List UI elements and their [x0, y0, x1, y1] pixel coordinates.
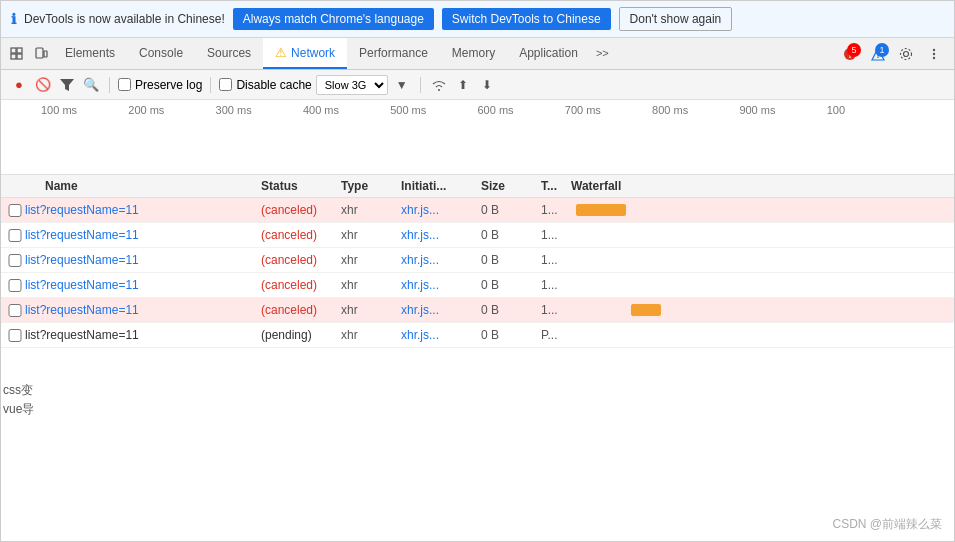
- table-row[interactable]: list?requestName=11 (canceled) xhr xhr.j…: [1, 223, 954, 248]
- row-4-name: list?requestName=11: [25, 278, 139, 292]
- disable-cache-text: Disable cache: [236, 78, 311, 92]
- throttle-select[interactable]: Slow 3G: [316, 75, 388, 95]
- col-header-initiator: Initiati...: [401, 179, 481, 193]
- row-6-initiator: xhr.js...: [401, 328, 481, 342]
- switch-to-chinese-button[interactable]: Switch DevTools to Chinese: [442, 8, 611, 30]
- row-5-type: xhr: [341, 303, 401, 317]
- svg-rect-2: [11, 54, 16, 59]
- row-3-size: 0 B: [481, 253, 541, 267]
- watermark: CSDN @前端辣么菜: [832, 516, 942, 533]
- network-warning-icon: ⚠: [275, 45, 287, 60]
- row-3-type: xhr: [341, 253, 401, 267]
- svg-rect-3: [17, 54, 22, 59]
- record-btn[interactable]: ●: [9, 75, 29, 95]
- row-2-status: (canceled): [261, 228, 341, 242]
- preserve-log-label[interactable]: Preserve log: [118, 78, 202, 92]
- tab-console[interactable]: Console: [127, 38, 195, 69]
- tab-icons-area: ! 5 ! 1: [838, 42, 950, 66]
- row-1-name: list?requestName=11: [25, 203, 139, 217]
- warnings-badge: 1: [875, 43, 889, 57]
- info-bar: ℹ DevTools is now available in Chinese! …: [1, 1, 954, 38]
- table-row[interactable]: list?requestName=11 (canceled) xhr xhr.j…: [1, 298, 954, 323]
- timeline-mark-1000: 100: [827, 104, 914, 116]
- row-6-name: list?requestName=11: [25, 328, 139, 342]
- network-table: Name Status Type Initiati... Size T... W…: [1, 175, 954, 541]
- row-1-checkbox[interactable]: [5, 204, 25, 217]
- row-4-size: 0 B: [481, 278, 541, 292]
- cursor-icon: [10, 47, 24, 61]
- col-header-waterfall: Waterfall: [571, 179, 954, 193]
- device-toggle-btn[interactable]: [29, 42, 53, 66]
- preserve-log-checkbox[interactable]: [118, 78, 131, 91]
- table-row[interactable]: list?requestName=11 (canceled) xhr xhr.j…: [1, 198, 954, 223]
- row-3-waterfall: [571, 248, 954, 272]
- row-1-type: xhr: [341, 203, 401, 217]
- table-header: Name Status Type Initiati... Size T... W…: [1, 175, 954, 198]
- col-header-time: T...: [541, 179, 571, 193]
- info-bar-text: DevTools is now available in Chinese!: [24, 12, 225, 26]
- table-row[interactable]: list?requestName=11 (canceled) xhr xhr.j…: [1, 273, 954, 298]
- svg-point-12: [933, 48, 935, 50]
- svg-rect-1: [17, 48, 22, 53]
- row-6-status: (pending): [261, 328, 341, 342]
- svg-point-11: [901, 48, 912, 59]
- ellipsis-vertical-icon: [927, 47, 941, 61]
- row-5-checkbox[interactable]: [5, 304, 25, 317]
- timeline-mark-900: 900 ms: [739, 104, 826, 116]
- dont-show-again-button[interactable]: Don't show again: [619, 7, 733, 31]
- tab-bar: Elements Console Sources ⚠ Network Perfo…: [1, 38, 954, 70]
- tab-sources[interactable]: Sources: [195, 38, 263, 69]
- info-icon: ℹ: [11, 11, 16, 27]
- tab-network[interactable]: ⚠ Network: [263, 38, 347, 69]
- errors-btn[interactable]: ! 5: [838, 42, 862, 66]
- table-row[interactable]: list?requestName=11 (canceled) xhr xhr.j…: [1, 248, 954, 273]
- clear-btn[interactable]: 🚫: [33, 75, 53, 95]
- row-3-status: (canceled): [261, 253, 341, 267]
- tab-application-label: Application: [519, 46, 578, 60]
- row-4-checkbox[interactable]: [5, 279, 25, 292]
- row-5-time: 1...: [541, 303, 571, 317]
- col-header-status: Status: [261, 179, 341, 193]
- row-6-name-cell: list?requestName=11: [1, 328, 261, 342]
- row-5-status: (canceled): [261, 303, 341, 317]
- separator-2: [210, 77, 211, 93]
- tab-memory[interactable]: Memory: [440, 38, 507, 69]
- disable-cache-checkbox[interactable]: [219, 78, 232, 91]
- settings-btn[interactable]: [894, 42, 918, 66]
- tab-more-label: >>: [596, 47, 609, 59]
- row-3-checkbox[interactable]: [5, 254, 25, 267]
- tab-network-label: Network: [291, 46, 335, 60]
- device-icon: [34, 47, 48, 61]
- svg-point-13: [933, 52, 935, 54]
- separator-1: [109, 77, 110, 93]
- row-6-checkbox[interactable]: [5, 329, 25, 342]
- tab-application[interactable]: Application: [507, 38, 590, 69]
- row-2-checkbox[interactable]: [5, 229, 25, 242]
- row-1-size: 0 B: [481, 203, 541, 217]
- tab-more[interactable]: >>: [590, 38, 615, 69]
- download-btn[interactable]: ⬇: [477, 75, 497, 95]
- preserve-log-text: Preserve log: [135, 78, 202, 92]
- inspect-icon-btn[interactable]: [5, 42, 29, 66]
- match-language-button[interactable]: Always match Chrome's language: [233, 8, 434, 30]
- throttle-dropdown-btn[interactable]: ▼: [392, 75, 412, 95]
- wifi-icon: [430, 78, 448, 92]
- search-btn[interactable]: 🔍: [81, 75, 101, 95]
- table-row[interactable]: list?requestName=11 (pending) xhr xhr.js…: [1, 323, 954, 348]
- row-5-size: 0 B: [481, 303, 541, 317]
- row-5-initiator: xhr.js...: [401, 303, 481, 317]
- row-3-name-cell: list?requestName=11: [1, 253, 261, 267]
- row-2-time: 1...: [541, 228, 571, 242]
- row-1-waterfall: [571, 198, 954, 222]
- tab-elements[interactable]: Elements: [53, 38, 127, 69]
- warnings-btn[interactable]: ! 1: [866, 42, 890, 66]
- wifi-icon-btn[interactable]: [429, 75, 449, 95]
- tab-performance[interactable]: Performance: [347, 38, 440, 69]
- row-2-name-cell: list?requestName=11: [1, 228, 261, 242]
- more-options-btn[interactable]: [922, 42, 946, 66]
- upload-btn[interactable]: ⬆: [453, 75, 473, 95]
- row-5-name: list?requestName=11: [25, 303, 139, 317]
- filter-btn[interactable]: [57, 75, 77, 95]
- disable-cache-label[interactable]: Disable cache: [219, 78, 311, 92]
- col-header-name: Name: [1, 179, 261, 193]
